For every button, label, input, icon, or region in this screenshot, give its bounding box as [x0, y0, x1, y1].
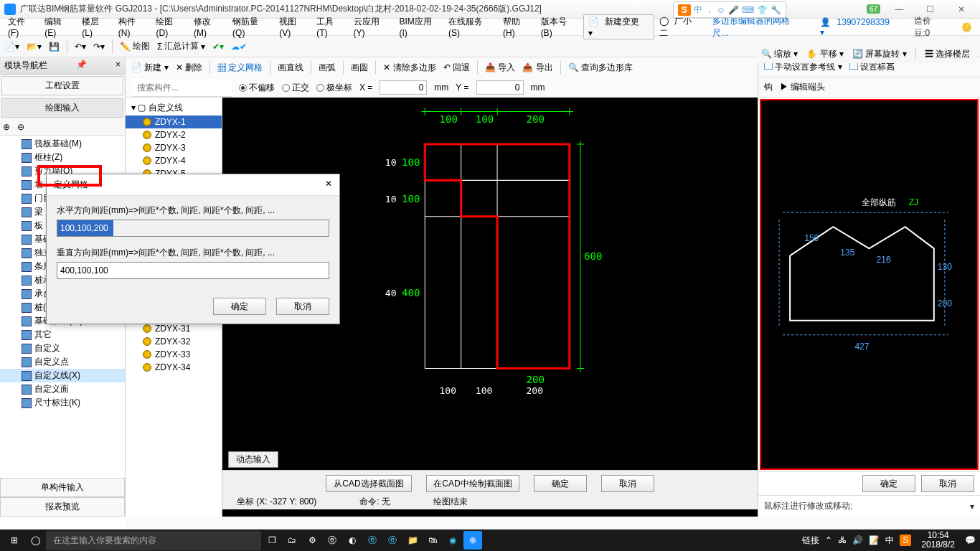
polar-radio[interactable]: 极坐标	[316, 82, 352, 94]
tree-item[interactable]: 筏板基础(M)	[0, 137, 125, 151]
cad-draw-button[interactable]: 在CAD中绘制截面图	[426, 475, 519, 492]
tray-sogou-icon[interactable]: S	[900, 534, 911, 546]
tree-item[interactable]: 自定义点	[0, 355, 125, 369]
tb-ie2[interactable]: ⓔ	[383, 531, 402, 550]
account-label[interactable]: 👤 13907298339 ▾	[816, 16, 903, 39]
menu-bim[interactable]: BIM应用(I)	[395, 14, 443, 39]
ime-skin[interactable]: 👕	[757, 5, 768, 15]
menu-edit[interactable]: 编辑(E)	[41, 14, 77, 39]
menu-rebar[interactable]: 钢筋量(Q)	[229, 14, 274, 39]
sum-button[interactable]: Σ 汇总计算 ▾	[157, 40, 205, 52]
ime-lang[interactable]: 中	[694, 4, 702, 16]
tree-item[interactable]: 其它	[0, 328, 125, 342]
tb-app3[interactable]: ◐	[343, 531, 362, 550]
ime-punct[interactable]: ，	[705, 4, 714, 16]
tab-report[interactable]: 报表预览	[0, 497, 125, 517]
poly-new-button[interactable]: 📄 新建 ▾	[131, 62, 169, 74]
dynamic-input-button[interactable]: 动态输入	[228, 451, 278, 468]
tb-explorer[interactable]: 📁	[403, 531, 422, 550]
pan-button[interactable]: ✋ 平移 ▾	[806, 48, 844, 60]
dialog-ok-button[interactable]: 确定	[213, 298, 266, 315]
expand-icon[interactable]: ⊕	[3, 122, 13, 132]
tray-up-icon[interactable]: ⌃	[825, 535, 832, 545]
import-button[interactable]: 📥 导入	[485, 62, 515, 74]
menu-draw[interactable]: 绘图(D)	[152, 14, 189, 39]
open-icon[interactable]: 📂▾	[27, 42, 42, 52]
maximize-button[interactable]: ☐	[916, 4, 945, 14]
start-button[interactable]: ⊞	[4, 535, 24, 545]
task-view-icon[interactable]: ❐	[263, 531, 281, 550]
comp-item[interactable]: ZDYX-34	[126, 361, 222, 374]
clear-polygon-button[interactable]: ✕ 清除多边形	[383, 62, 435, 74]
rotate-button[interactable]: 🔄 屏幕旋转 ▾	[852, 48, 907, 60]
save-icon[interactable]: 💾	[49, 42, 60, 52]
menu-online[interactable]: 在线服务(S)	[445, 14, 498, 39]
select-floor-button[interactable]: ☰ 选择楼层	[925, 48, 970, 60]
minimize-button[interactable]: —	[885, 4, 913, 14]
menu-modify[interactable]: 修改(M)	[190, 14, 227, 39]
coin-label[interactable]: 造价豆:0	[910, 14, 951, 41]
tb-store[interactable]: 🛍	[423, 531, 442, 550]
menu-tools[interactable]: 工具(T)	[313, 14, 348, 39]
cortana-icon[interactable]: ◯	[26, 531, 44, 550]
zoom-button[interactable]: 🔍 缩放 ▾	[761, 48, 798, 60]
tab-project-settings[interactable]: 工程设置	[1, 76, 123, 95]
draw-circle-button[interactable]: 画圆	[351, 62, 368, 74]
collapse-icon[interactable]: ⊖	[17, 122, 27, 132]
tb-app2[interactable]: ⚙	[303, 531, 321, 550]
search-polygon-button[interactable]: 🔍 查询多边形库	[568, 62, 633, 74]
tray-ime-icon[interactable]: 中	[885, 534, 894, 547]
redo-icon[interactable]: ↷▾	[93, 42, 105, 52]
x-input[interactable]	[380, 80, 427, 95]
tb-edge[interactable]: ⓔ	[363, 531, 382, 550]
tb-app1[interactable]: 🗂	[283, 531, 301, 550]
ime-kbd[interactable]: ⌨	[742, 5, 754, 15]
close-button[interactable]: ✕	[947, 4, 976, 14]
define-grid-button[interactable]: ▦ 定义网格	[217, 62, 263, 74]
canvas-ok-button[interactable]: 确定	[534, 475, 587, 492]
vert-spacing-input[interactable]	[57, 262, 329, 279]
check-icon[interactable]: ✔▾	[212, 42, 224, 52]
comp-item[interactable]: ZDYX-4	[126, 154, 222, 167]
sogou-icon[interactable]: S	[678, 4, 691, 16]
undo-button[interactable]: ↶ 回退	[443, 62, 470, 74]
section-cancel-button[interactable]: 取消	[921, 475, 974, 492]
tray-link[interactable]: 链接	[802, 534, 819, 547]
comp-list-root[interactable]: ▾ ▢ 自定义线	[126, 100, 222, 116]
tray-action-center-icon[interactable]: 💬	[965, 535, 976, 545]
component-search-input[interactable]	[131, 79, 232, 96]
tab-single-input[interactable]: 单构件输入	[0, 478, 125, 497]
ortho-radio[interactable]: 正交	[282, 82, 309, 94]
menu-floor[interactable]: 楼层(L)	[78, 14, 113, 39]
tree-item[interactable]: 尺寸标注(K)	[0, 396, 125, 410]
horiz-spacing-input[interactable]	[57, 220, 329, 237]
menu-version[interactable]: 版本号(B)	[537, 14, 582, 39]
tb-app4[interactable]: ◉	[443, 531, 462, 550]
pin-icon[interactable]: 📌	[76, 60, 87, 72]
scroll-down-icon[interactable]: ▾	[970, 501, 974, 512]
comp-item[interactable]: ZDYX-3	[126, 141, 222, 154]
comp-item[interactable]: ZDYX-1	[126, 116, 222, 128]
tray-net-icon[interactable]: 🖧	[838, 535, 847, 545]
menu-help[interactable]: 帮助(H)	[499, 14, 536, 39]
undo-icon[interactable]: ↶▾	[75, 42, 86, 52]
tb-app5[interactable]: ⊕	[463, 531, 482, 550]
y-input[interactable]	[476, 80, 524, 95]
poly-delete-button[interactable]: ✕ 删除	[176, 62, 202, 74]
comp-item[interactable]: ZDYX-2	[126, 128, 222, 141]
draw-button[interactable]: ✏️ 绘图	[120, 40, 150, 52]
draw-line-button[interactable]: 画直线	[278, 62, 303, 74]
tree-item[interactable]: 自定义面	[0, 382, 125, 396]
edit-end-button[interactable]: ▶ 编辑端头	[780, 81, 825, 93]
tree-item[interactable]: 自定义	[0, 342, 125, 355]
ime-toolbar[interactable]: S 中 ， ☺ 🎤 ⌨ 👕 🔧	[673, 1, 786, 18]
no-offset-radio[interactable]: 不偏移	[239, 82, 275, 94]
new-file-icon[interactable]: 📄▾	[4, 42, 19, 52]
section-ok-button[interactable]: 确定	[862, 475, 915, 492]
tab-draw-input[interactable]: 绘图输入	[1, 98, 123, 118]
draw-arc-button[interactable]: 画弧	[319, 62, 336, 74]
tree-item[interactable]: 框柱(Z)	[0, 151, 125, 164]
cad-select-button[interactable]: 从CAD选择截面图	[326, 475, 412, 492]
menu-cloud[interactable]: 云应用(Y)	[350, 14, 395, 39]
section-canvas[interactable]: 全部纵筋 ZJ 150 135 216 130 200 427	[760, 99, 979, 470]
